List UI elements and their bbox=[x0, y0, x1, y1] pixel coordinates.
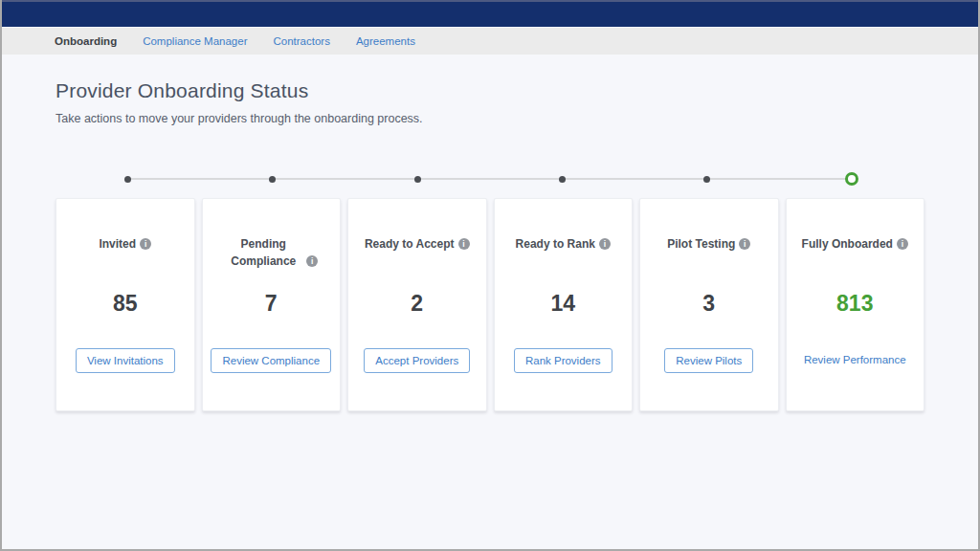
stage-label-text: Ready to Rank bbox=[516, 237, 595, 251]
view-invitations-button[interactable]: View Invitations bbox=[76, 348, 175, 373]
stage-label-text: Invited bbox=[99, 237, 136, 251]
stage-count: 7 bbox=[203, 291, 341, 317]
stage-card-pending-compliance: Pending Compliancei 7 Review Compliance bbox=[202, 198, 342, 411]
stage-label: Ready to Accepti bbox=[356, 235, 479, 253]
stage-cards: Invitedi 85 View Invitations Pending Com… bbox=[56, 198, 924, 411]
step-invited bbox=[56, 176, 200, 183]
info-icon[interactable]: i bbox=[897, 238, 908, 250]
tab-contractors[interactable]: Contractors bbox=[273, 35, 329, 47]
tab-compliance-manager[interactable]: Compliance Manager bbox=[143, 35, 247, 47]
stage-label-text: Ready to Accept bbox=[365, 237, 455, 251]
stage-card-invited: Invitedi 85 View Invitations bbox=[56, 198, 195, 411]
stage-card-fully-onboarded: Fully Onboardedi 813 Review Performance bbox=[786, 198, 925, 411]
main-nav: Onboarding Compliance Manager Contractor… bbox=[2, 27, 978, 55]
step-dot-icon bbox=[703, 176, 710, 183]
step-ready-to-accept bbox=[345, 176, 490, 183]
stage-label-text: Pending Compliance bbox=[224, 235, 302, 270]
step-pilot-testing bbox=[635, 176, 779, 183]
review-compliance-button[interactable]: Review Compliance bbox=[211, 348, 331, 373]
page-subtitle: Take actions to move your providers thro… bbox=[56, 112, 924, 125]
stage-label-text: Pilot Testing bbox=[667, 237, 735, 251]
top-bar bbox=[2, 0, 978, 27]
stage-card-pilot-testing: Pilot Testingi 3 Review Pilots bbox=[639, 198, 779, 411]
step-dot-icon bbox=[124, 176, 131, 183]
stage-card-ready-to-accept: Ready to Accepti 2 Accept Providers bbox=[347, 198, 487, 411]
onboarding-stepper bbox=[56, 172, 924, 186]
stage-action: View Invitations bbox=[56, 348, 194, 373]
rank-providers-button[interactable]: Rank Providers bbox=[514, 348, 612, 373]
info-icon[interactable]: i bbox=[458, 238, 470, 250]
stage-card-ready-to-rank: Ready to Ranki 14 Rank Providers bbox=[494, 198, 634, 411]
stage-label: Invitedi bbox=[64, 235, 187, 253]
stage-action: Rank Providers bbox=[495, 348, 633, 373]
stage-action: Review Performance bbox=[787, 348, 924, 371]
stage-count: 14 bbox=[495, 291, 633, 317]
content-area: Provider Onboarding Status Take actions … bbox=[2, 79, 978, 411]
stage-label: Pilot Testingi bbox=[648, 235, 770, 253]
stage-count: 2 bbox=[348, 291, 486, 317]
tab-onboarding[interactable]: Onboarding bbox=[55, 35, 117, 47]
app-window: Onboarding Compliance Manager Contractor… bbox=[0, 0, 980, 551]
stage-label: Pending Compliancei bbox=[211, 235, 333, 270]
step-dot-icon bbox=[269, 176, 276, 183]
stage-action: Accept Providers bbox=[348, 348, 486, 373]
stage-label: Fully Onboardedi bbox=[794, 235, 917, 253]
info-icon[interactable]: i bbox=[306, 255, 318, 267]
stage-label: Ready to Ranki bbox=[502, 235, 625, 253]
accept-providers-button[interactable]: Accept Providers bbox=[364, 348, 470, 373]
info-icon[interactable]: i bbox=[739, 238, 750, 250]
step-fully-onboarded bbox=[780, 172, 924, 186]
info-icon[interactable]: i bbox=[599, 238, 611, 250]
stage-action: Review Pilots bbox=[640, 348, 778, 373]
stage-count: 3 bbox=[640, 291, 778, 317]
stage-count: 85 bbox=[56, 291, 194, 317]
info-icon[interactable]: i bbox=[140, 238, 151, 250]
page-title: Provider Onboarding Status bbox=[56, 79, 924, 102]
step-pending-compliance bbox=[200, 176, 345, 183]
tab-agreements[interactable]: Agreements bbox=[356, 35, 415, 47]
review-pilots-button[interactable]: Review Pilots bbox=[664, 348, 753, 373]
step-current-dot-icon bbox=[845, 172, 858, 186]
stage-action: Review Compliance bbox=[203, 348, 341, 373]
review-performance-link[interactable]: Review Performance bbox=[804, 348, 906, 371]
step-ready-to-rank bbox=[490, 176, 635, 183]
stage-count: 813 bbox=[787, 291, 924, 317]
step-dot-icon bbox=[414, 176, 421, 183]
step-dot-icon bbox=[559, 176, 566, 183]
stage-label-text: Fully Onboarded bbox=[802, 237, 893, 251]
